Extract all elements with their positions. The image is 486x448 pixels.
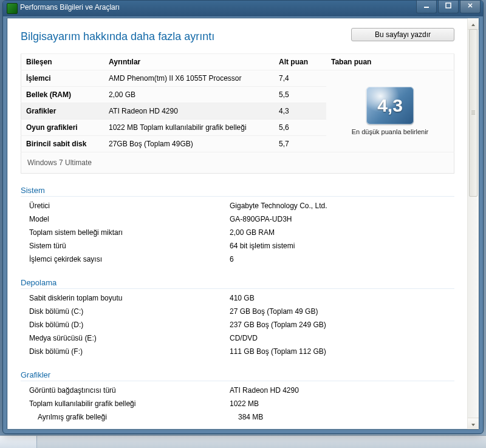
cell-component: Bellek (RAM)	[21, 87, 104, 103]
window: Performans Bilgileri ve Araçları Bilgisa…	[2, 0, 484, 434]
cell-subscore: 5,6	[274, 120, 326, 136]
section-title-system: Sistem	[21, 186, 454, 197]
kv-value: 64 bit işletim sistemi	[230, 242, 295, 250]
kv-row: Disk bölümü (C:)27 GB Boş (Toplam 49 GB)	[21, 305, 454, 318]
kv-row: Toplam sistem belleği miktarı2,00 GB RAM	[21, 226, 454, 239]
kv-value: 237 GB Boş (Toplam 249 GB)	[230, 321, 326, 329]
kv-value: 2,00 GB RAM	[230, 228, 275, 237]
kv-key: Toplam sistem belleği miktarı	[22, 228, 230, 237]
kv-value: 410 GB	[230, 294, 255, 302]
print-page-button[interactable]: Bu sayfayı yazdır	[351, 28, 454, 41]
kv-value: 1022 MB	[230, 399, 259, 408]
cell-component: Birincil sabit disk	[21, 136, 104, 152]
kv-key: Sabit disklerin toplam boyutu	[22, 294, 230, 302]
kv-value: GA-890GPA-UD3H	[230, 215, 292, 223]
cell-details: 1022 MB Toplam kullanılabilir grafik bel…	[104, 120, 274, 136]
kv-key: Sistem türü	[22, 242, 230, 250]
maximize-button[interactable]	[438, 1, 459, 13]
basescore-value: 4,3	[377, 95, 403, 116]
cell-subscore: 5,5	[274, 87, 326, 103]
basescore-badge: 4,3	[366, 87, 414, 124]
kv-row: ModelGA-890GPA-UD3H	[21, 212, 454, 226]
table-row: İşlemci AMD Phenom(tm) II X6 1055T Proce…	[21, 70, 454, 87]
kv-row: Sabit disklerin toplam boyutu410 GB	[21, 291, 454, 305]
kv-row: Toplam kullanılabilir grafik belleği1022…	[21, 397, 454, 410]
cell-subscore: 4,3	[274, 103, 326, 120]
minimize-button[interactable]	[416, 1, 437, 13]
scroll-down-button[interactable]	[468, 418, 479, 429]
content-area: Bilgisayarım hakkında daha fazla ayrıntı…	[7, 18, 468, 429]
cell-component: Oyun grafikleri	[21, 120, 104, 136]
kv-row: Görüntü bağdaştırıcısı türüATI Radeon HD…	[21, 384, 454, 397]
kv-value: ATI Radeon HD 4290	[230, 386, 299, 395]
cell-basescore: 4,3 En düşük puanla belirlenir	[326, 70, 454, 152]
kv-row: İşlemci çekirdek sayısı6	[21, 253, 454, 266]
svg-rect-0	[424, 7, 429, 8]
kv-row: Disk bölümü (D:)237 GB Boş (Toplam 249 G…	[21, 318, 454, 331]
kv-row: Ayrılmış grafik belleği384 MB	[21, 410, 454, 424]
kv-key: Toplam kullanılabilir grafik belleği	[22, 399, 230, 408]
cell-details: ATI Radeon HD 4290	[104, 103, 274, 120]
close-button[interactable]	[460, 1, 481, 13]
kv-row: ÜreticiGigabyte Technology Co., Ltd.	[21, 199, 454, 212]
kv-key: Disk bölümü (C:)	[22, 307, 230, 316]
vertical-scrollbar[interactable]	[467, 18, 479, 429]
cell-component: Grafikler	[21, 103, 104, 120]
taskbar[interactable]	[0, 435, 486, 448]
cell-details: AMD Phenom(tm) II X6 1055T Processor	[104, 70, 274, 87]
scrollbar-thumb[interactable]	[469, 29, 477, 197]
cell-edition: Windows 7 Ultimate	[21, 152, 454, 174]
kv-key: Görüntü bağdaştırıcısı türü	[22, 386, 230, 395]
kv-key: Model	[22, 215, 230, 223]
titlebar[interactable]: Performans Bilgileri ve Araçları	[3, 1, 483, 16]
kv-value: 6	[230, 255, 234, 263]
basescore-desc: En düşük puanla belirlenir	[332, 128, 448, 136]
section-title-graphics: Grafikler	[21, 370, 454, 381]
kv-row: Medya sürücüsü (E:)CD/DVD	[21, 331, 454, 345]
cell-subscore: 7,4	[274, 70, 326, 87]
taskbar-active-app[interactable]	[0, 436, 37, 448]
kv-row: Sistem türü64 bit işletim sistemi	[21, 239, 454, 253]
kv-value: CD/DVD	[230, 334, 258, 342]
wei-table: Bileşen Ayrıntılar Alt puan Taban puan İ…	[21, 53, 454, 174]
window-content-frame: Bilgisayarım hakkında daha fazla ayrıntı…	[7, 18, 479, 430]
kv-key: Medya sürücüsü (E:)	[22, 334, 230, 342]
kv-value: 111 GB Boş (Toplam 112 GB)	[230, 347, 326, 356]
col-details: Ayrıntılar	[104, 54, 274, 70]
kv-value: Gigabyte Technology Co., Ltd.	[230, 202, 327, 210]
table-row-edition: Windows 7 Ultimate	[21, 152, 454, 174]
table-header-row: Bileşen Ayrıntılar Alt puan Taban puan	[21, 54, 454, 70]
kv-value: 27 GB Boş (Toplam 49 GB)	[230, 307, 318, 316]
kv-key: Üretici	[22, 202, 230, 210]
section-title-storage: Depolama	[21, 278, 454, 289]
cell-details: 2,00 GB	[104, 87, 274, 103]
cell-component: İşlemci	[21, 70, 104, 87]
cell-subscore: 5,7	[274, 136, 326, 152]
kv-key: İşlemci çekirdek sayısı	[22, 255, 230, 263]
window-title: Performans Bilgileri ve Araçları	[20, 3, 120, 12]
cell-details: 27GB Boş (Toplam 49GB)	[104, 136, 274, 152]
col-component: Bileşen	[21, 54, 104, 70]
page-title: Bilgisayarım hakkında daha fazla ayrıntı	[21, 30, 214, 43]
kv-value: 384 MB	[238, 413, 263, 421]
kv-row: Disk bölümü (F:)111 GB Boş (Toplam 112 G…	[21, 345, 454, 358]
kv-key: Ayrılmış grafik belleği	[22, 413, 238, 421]
col-subscore: Alt puan	[274, 54, 326, 70]
app-icon	[7, 3, 18, 14]
kv-key: Disk bölümü (D:)	[22, 321, 230, 329]
svg-rect-1	[446, 3, 451, 8]
col-basescore: Taban puan	[326, 54, 454, 70]
kv-key: Disk bölümü (F:)	[22, 347, 230, 356]
scroll-up-button[interactable]	[468, 18, 479, 30]
